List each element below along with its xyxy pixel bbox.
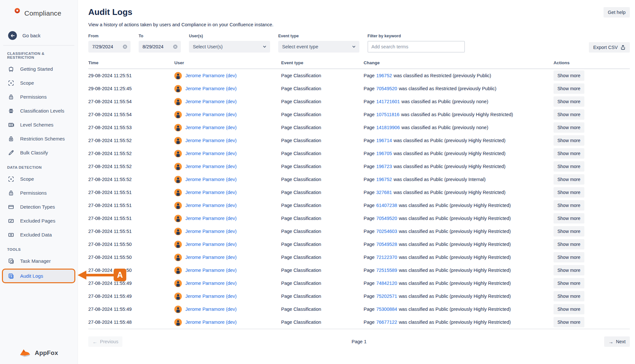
show-more-button[interactable]: Show more [554,187,584,198]
table-row: 27-08-2024 11:55:50 Jerome Parramore (de… [88,238,630,251]
sidebar-item-permissions-classification[interactable]: Permissions [0,90,78,104]
show-more-button[interactable]: Show more [554,70,584,81]
plus-box-icon [8,232,14,238]
user-link[interactable]: Jerome Parramore (dev) [185,216,237,221]
change-text: was classified as Public (previously Hig… [393,164,505,169]
sidebar-item-excluded-data[interactable]: Excluded Data [0,228,78,242]
page-id-link[interactable]: 70254603 [376,229,397,234]
keyword-search-input[interactable] [367,41,465,53]
show-more-button[interactable]: Show more [554,291,584,301]
page-id-link[interactable]: 196714 [376,138,392,143]
user-link[interactable]: Jerome Parramore (dev) [185,73,237,78]
page-id-link[interactable]: 196705 [376,151,392,156]
page-id-link[interactable]: 74842120 [376,281,397,286]
show-more-button[interactable]: Show more [554,239,584,249]
sidebar-item-audit-logs[interactable]: Audit Logs [2,269,75,283]
show-more-button[interactable]: Show more [554,226,584,237]
user-link[interactable]: Jerome Parramore (dev) [185,164,237,169]
show-more-button[interactable]: Show more [554,83,584,94]
user-link[interactable]: Jerome Parramore (dev) [185,99,237,104]
sidebar-item-getting-started[interactable]: Getting Started [0,62,78,76]
page-id-link[interactable]: 196752 [376,177,392,182]
page-id-link[interactable]: 196752 [376,73,392,78]
show-more-button[interactable]: Show more [554,148,584,159]
lock-icon [8,94,14,100]
sidebar-item-level-schemes[interactable]: Level Schemes [0,118,78,132]
clear-date-icon[interactable] [173,44,178,49]
user-link[interactable]: Jerome Parramore (dev) [185,320,237,325]
sidebar-item-bulk-classify[interactable]: Bulk Classify [0,146,78,160]
to-label: To [139,34,181,38]
page-id-link[interactable]: 72515589 [376,268,397,273]
sidebar-item-task-manager[interactable]: Task Manager [0,254,78,268]
sidebar-item-excluded-pages[interactable]: Excluded Pages [0,214,78,228]
show-more-button[interactable]: Show more [554,161,584,172]
page-id-link[interactable]: 75202571 [376,294,397,299]
show-more-button[interactable]: Show more [554,265,584,275]
page-indicator: Page 1 [88,339,630,344]
user-link[interactable]: Jerome Parramore (dev) [185,294,237,299]
to-date-input[interactable]: 8/29/2024 [139,41,181,53]
change-cell: Page 196723 was classified as Public (pr… [364,164,554,169]
show-more-button[interactable]: Show more [554,109,584,120]
user-link[interactable]: Jerome Parramore (dev) [185,151,237,156]
user-link[interactable]: Jerome Parramore (dev) [185,307,237,312]
page-id-link[interactable]: 72122370 [376,255,397,260]
page-id-link[interactable]: 141721601 [376,99,400,104]
go-back-button[interactable]: Go back [0,31,78,40]
show-more-button[interactable]: Show more [554,213,584,224]
change-prefix: Page [364,268,375,273]
page-id-link[interactable]: 76677122 [376,320,397,325]
user-link[interactable]: Jerome Parramore (dev) [185,268,237,273]
export-csv-button[interactable]: Export CSV [589,42,630,53]
user-link[interactable]: Jerome Parramore (dev) [185,203,237,208]
user-link[interactable]: Jerome Parramore (dev) [185,138,237,143]
show-more-button[interactable]: Show more [554,122,584,133]
page-id-link[interactable]: 61407238 [376,203,397,208]
sidebar-item-restriction-schemes[interactable]: Restriction Schemes [0,132,78,146]
from-date-input[interactable]: 7/29/2024 [88,41,131,53]
user-link[interactable]: Jerome Parramore (dev) [185,190,237,195]
page-id-link[interactable]: 70549520 [376,86,397,91]
section-tools: TOOLS Task Manager Audit Logs [0,248,78,283]
user-link[interactable]: Jerome Parramore (dev) [185,242,237,247]
page-id-link[interactable]: 70549520 [376,216,397,221]
users-select[interactable]: Select User(s) [189,41,270,53]
user-link[interactable]: Jerome Parramore (dev) [185,86,237,91]
sidebar-item-label: Scope [20,80,34,86]
show-more-button[interactable]: Show more [554,200,584,211]
sidebar-item-permissions-detection[interactable]: Permissions [0,186,78,200]
sidebar-item-scope-classification[interactable]: Scope [0,76,78,90]
show-more-button[interactable]: Show more [554,96,584,107]
page-id-link[interactable]: 70549528 [376,242,397,247]
show-more-button[interactable]: Show more [554,304,584,314]
user-link[interactable]: Jerome Parramore (dev) [185,229,237,234]
user-cell: Jerome Parramore (dev) [174,176,281,183]
page-id-link[interactable]: 107511816 [376,112,400,117]
clear-date-icon[interactable] [123,44,127,49]
event-type-select[interactable]: Select event type [278,41,359,53]
page-id-link[interactable]: 75300884 [376,307,397,312]
get-help-button[interactable]: Get help [604,7,630,18]
sidebar-item-detection-types[interactable]: Detection Types [0,200,78,214]
sidebar-item-scope-detection[interactable]: Scope [0,172,78,186]
show-more-button[interactable]: Show more [554,278,584,288]
user-link[interactable]: Jerome Parramore (dev) [185,177,237,182]
show-more-button[interactable]: Show more [554,317,584,327]
page-id-link[interactable]: 141819906 [376,125,400,130]
table-row: 27-08-2024 11:55:53 Jerome Parramore (de… [88,121,630,134]
sidebar-item-classification-levels[interactable]: Classification Levels [0,104,78,118]
page-id-link[interactable]: 196723 [376,164,392,169]
show-more-button[interactable]: Show more [554,135,584,146]
user-link[interactable]: Jerome Parramore (dev) [185,281,237,286]
show-more-button[interactable]: Show more [554,252,584,262]
change-cell: Page 141721601 was classified as Public … [364,99,554,104]
user-link[interactable]: Jerome Parramore (dev) [185,255,237,260]
user-link[interactable]: Jerome Parramore (dev) [185,125,237,130]
chevron-down-icon [352,44,356,49]
page-id-link[interactable]: 327681 [376,190,392,195]
actions-cell: Show more [554,200,630,211]
user-link[interactable]: Jerome Parramore (dev) [185,112,237,117]
show-more-button[interactable]: Show more [554,174,584,185]
time-cell: 27-08-2024 11:55:48 [88,320,174,325]
